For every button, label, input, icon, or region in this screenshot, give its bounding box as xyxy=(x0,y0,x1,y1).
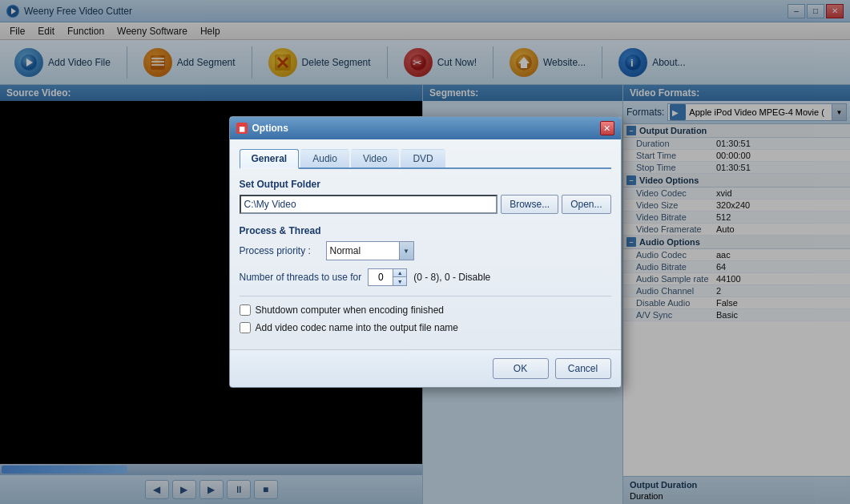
output-folder-input[interactable] xyxy=(240,195,498,214)
priority-label: Process priority : xyxy=(240,245,320,256)
codec-name-checkbox-row: Add video codec name into the output fil… xyxy=(240,322,611,333)
tab-audio[interactable]: Audio xyxy=(300,149,349,167)
codec-name-checkbox[interactable] xyxy=(240,322,251,333)
shutdown-checkbox-row: Shutdown computer when encoding finished xyxy=(240,304,611,316)
threads-up-button[interactable]: ▲ xyxy=(393,269,406,277)
ok-button[interactable]: OK xyxy=(493,358,549,379)
output-folder-row: Browse... Open... xyxy=(240,195,611,214)
modal-close-button[interactable]: ✕ xyxy=(600,121,614,135)
modal-title-bar: ◼ Options ✕ xyxy=(230,117,621,139)
threads-input-wrap: ▲ ▼ xyxy=(368,268,407,286)
threads-down-button[interactable]: ▼ xyxy=(393,277,406,285)
modal-footer: OK Cancel xyxy=(230,349,621,387)
browse-button[interactable]: Browse... xyxy=(501,195,558,214)
cancel-button[interactable]: Cancel xyxy=(555,358,611,379)
shutdown-checkbox-label: Shutdown computer when encoding finished xyxy=(256,304,445,316)
priority-select-value: Normal xyxy=(327,241,399,260)
output-folder-section-label: Set Output Folder xyxy=(240,179,611,190)
modal-title-icon: ◼ xyxy=(236,123,248,134)
modal-body: General Audio Video DVD Set Output Folde… xyxy=(230,139,621,349)
tab-video[interactable]: Video xyxy=(351,149,399,167)
codec-name-checkbox-label: Add video codec name into the output fil… xyxy=(256,322,459,333)
priority-dropdown-arrow[interactable]: ▼ xyxy=(399,242,413,260)
threads-spinners: ▲ ▼ xyxy=(393,269,406,285)
options-dialog: ◼ Options ✕ General Audio Video DVD Set … xyxy=(229,116,622,388)
priority-row: Process priority : Normal ▼ xyxy=(240,241,611,260)
tab-general[interactable]: General xyxy=(240,149,300,169)
shutdown-checkbox[interactable] xyxy=(240,304,251,316)
threads-row: Number of threads to use for ▲ ▼ (0 - 8)… xyxy=(240,268,611,286)
modal-title: Options xyxy=(252,123,426,134)
modal-overlay: ◼ Options ✕ General Audio Video DVD Set … xyxy=(0,0,850,504)
process-section-label: Process & Thread xyxy=(240,225,611,236)
tab-dvd[interactable]: DVD xyxy=(401,149,445,167)
options-tabs: General Audio Video DVD xyxy=(240,149,611,169)
threads-hint: (0 - 8), 0 - Disable xyxy=(413,272,490,283)
open-button[interactable]: Open... xyxy=(562,195,610,214)
priority-select[interactable]: Normal ▼ xyxy=(326,241,414,260)
threads-input[interactable] xyxy=(369,269,393,285)
divider xyxy=(240,296,611,296)
process-thread-section: Process & Thread Process priority : Norm… xyxy=(240,225,611,286)
threads-label: Number of threads to use for xyxy=(240,272,362,283)
